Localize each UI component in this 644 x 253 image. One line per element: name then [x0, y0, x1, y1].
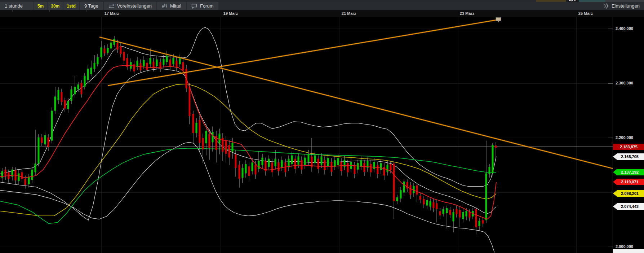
date-axis-label: 23 März [460, 11, 474, 16]
settings-label: Einstellungen [612, 3, 640, 9]
price-axis-label: 2.400,000 [616, 26, 633, 31]
candlestick-series [1, 36, 497, 235]
presets-button[interactable]: Voreinstellungen [104, 2, 156, 10]
series-bollinger-upper [0, 27, 496, 187]
price-badge [613, 249, 644, 253]
y-axis-ticks [608, 29, 613, 247]
chart-area: 17 März19 März21 März23 März25 März 2.40… [0, 10, 644, 253]
forum-button[interactable]: Forum [187, 2, 218, 10]
price-badge: 2.137,192 [613, 169, 644, 175]
main-toolbar: 1 stunde 5m 30m 1std 9 Tage Voreinstellu… [0, 2, 644, 10]
price-badge: 2.074,443 [613, 203, 644, 210]
mittel-label: Mittel [170, 3, 181, 9]
price-axis-label: 2.200,000 [616, 135, 633, 140]
tf-1std-button[interactable]: 1std [63, 2, 79, 10]
price-chart-canvas[interactable] [0, 17, 613, 253]
forum-label: Forum [200, 3, 214, 9]
minor-tick [31, 10, 31, 12]
series-ma-medium-yellow [0, 84, 496, 216]
price-axis-label: 2.000,000 [616, 244, 633, 249]
speech-bubble-icon [191, 4, 197, 9]
minor-tick [68, 10, 68, 12]
sliders-icon [108, 4, 115, 9]
timeframe-dropdown[interactable]: 1 stunde [0, 2, 34, 10]
price-axis[interactable]: 2.400,0002.300,0002.200,0002.000,0002.18… [613, 17, 644, 253]
price-axis-label: 2.300,000 [616, 81, 633, 85]
trendline-handle[interactable] [496, 17, 501, 22]
date-axis-label: 17 März [105, 11, 119, 16]
gear-icon [604, 3, 609, 9]
timeframe-label: 1 stunde [5, 3, 23, 9]
range-dropdown[interactable]: 9 Tage [80, 2, 103, 10]
mittel-button[interactable]: Mittel [157, 2, 186, 10]
price-badge: 2.183,875 [613, 144, 644, 150]
tf-30m-button[interactable]: 30m [48, 2, 63, 10]
tf-5m-button[interactable]: 5m [34, 2, 47, 10]
range-label: 9 Tage [84, 3, 98, 9]
minor-tick [12, 10, 13, 12]
date-axis-label: 21 März [342, 11, 356, 16]
date-axis-label: 25 März [578, 11, 593, 16]
minor-tick [49, 10, 50, 12]
trading-app-window: 1,76 1 stunde 5m 30m 1std 9 Tage Voreins… [0, 0, 644, 253]
price-badge: 2.165,705 [613, 153, 644, 160]
trendline-ascending[interactable] [108, 19, 498, 86]
date-axis-label: 19 März [223, 11, 238, 16]
minor-tick [86, 10, 87, 12]
settings-button[interactable]: Einstellungen [599, 2, 644, 10]
candlestick-icon [162, 3, 168, 9]
presets-label: Voreinstellungen [117, 3, 152, 9]
date-axis: 17 März19 März21 März23 März25 März [0, 10, 644, 17]
price-badge: 2.098,201 [613, 190, 644, 197]
price-badge: 2.119,071 [613, 179, 644, 185]
